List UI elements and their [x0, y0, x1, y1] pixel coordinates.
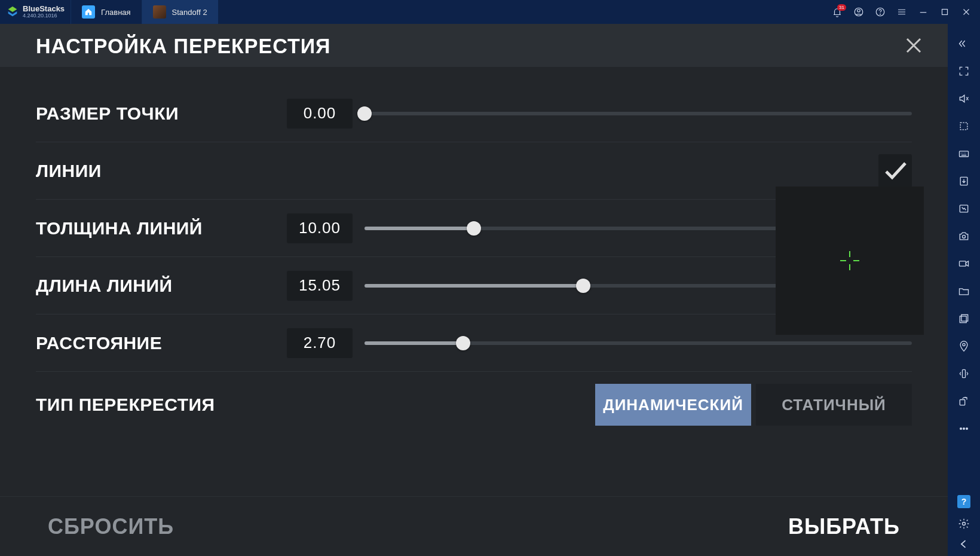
svg-point-17 [963, 428, 965, 430]
account-icon[interactable] [853, 7, 864, 17]
hamburger-menu-icon[interactable] [896, 7, 907, 17]
svg-point-19 [963, 523, 966, 526]
length-value: 15.05 [287, 271, 353, 301]
panel-close-button[interactable] [904, 35, 924, 56]
rail-volume-mute-icon[interactable] [954, 88, 974, 109]
panel-title: НАСТРОЙКА ПЕРЕКРЕСТИЯ [36, 33, 331, 58]
window-close-icon[interactable] [961, 7, 972, 17]
titlebar-controls: 31 [823, 7, 980, 17]
app-brand: BlueStacks 4.240.20.1016 [0, 0, 71, 24]
rail-camera-icon[interactable] [954, 225, 974, 247]
svg-rect-12 [960, 316, 966, 323]
rail-back-icon[interactable] [958, 538, 970, 550]
gap-label: РАССТОЯНИЕ [36, 333, 287, 353]
crosshair-preview [776, 187, 924, 335]
svg-point-18 [966, 428, 968, 430]
game-app-icon [153, 5, 166, 19]
thickness-value: 10.00 [287, 213, 353, 243]
rail-install-apk-icon[interactable] [954, 170, 974, 192]
app-version: 4.240.20.1016 [23, 13, 65, 19]
app-name: BlueStacks [23, 5, 65, 13]
row-dot-size: РАЗМЕР ТОЧКИ 0.00 [36, 85, 912, 142]
rail-shake-icon[interactable] [954, 363, 974, 384]
gap-value: 2.70 [287, 328, 353, 358]
tab-home-label: Главная [101, 8, 130, 17]
thickness-label: ТОЛЩИНА ЛИНИЙ [36, 218, 287, 239]
dot-size-slider[interactable] [365, 106, 912, 121]
lines-label: ЛИНИИ [36, 161, 287, 181]
svg-rect-11 [961, 314, 968, 321]
svg-rect-6 [960, 151, 969, 157]
titlebar: BlueStacks 4.240.20.1016 Главная Standof… [0, 0, 980, 24]
tab-home[interactable]: Главная [71, 0, 141, 24]
svg-rect-15 [960, 400, 964, 405]
tab-game[interactable]: Standoff 2 [142, 0, 218, 24]
svg-point-13 [963, 343, 965, 346]
rail-screenshot-icon[interactable] [954, 198, 974, 219]
rail-keyboard-icon[interactable] [954, 143, 974, 164]
notifications-icon[interactable]: 31 [832, 7, 843, 17]
rail-fullscreen-icon[interactable] [954, 60, 974, 82]
select-button[interactable]: ВЫБРАТЬ [788, 514, 900, 539]
rail-settings-icon[interactable] [958, 518, 970, 530]
window-maximize-icon[interactable] [939, 7, 950, 17]
type-dynamic-button[interactable]: ДИНАМИЧЕСКИЙ [595, 384, 751, 426]
gap-slider[interactable] [365, 336, 912, 350]
rail-location-icon[interactable] [954, 335, 974, 357]
svg-rect-4 [942, 10, 948, 15]
dot-size-label: РАЗМЕР ТОЧКИ [36, 103, 287, 124]
svg-point-16 [960, 428, 962, 430]
settings-body: РАЗМЕР ТОЧКИ 0.00 ЛИНИИ ТОЛЩИНА ЛИНИЙ 10… [0, 67, 948, 496]
type-toggle-group: ДИНАМИЧЕСКИЙ СТАТИЧНЫЙ [595, 384, 912, 426]
svg-rect-5 [960, 123, 967, 130]
svg-point-9 [963, 235, 966, 238]
notification-badge: 31 [837, 4, 846, 11]
reset-button[interactable]: СБРОСИТЬ [48, 514, 174, 539]
svg-point-3 [880, 14, 881, 14]
side-rail: ? [948, 24, 980, 556]
rail-multi-instance-icon[interactable] [954, 308, 974, 329]
rail-rotate-icon[interactable] [954, 390, 974, 412]
settings-panel: НАСТРОЙКА ПЕРЕКРЕСТИЯ РАЗМЕР ТОЧКИ 0.00 … [0, 24, 948, 556]
bluestacks-logo-icon [6, 5, 19, 19]
row-type: ТИП ПЕРЕКРЕСТИЯ ДИНАМИЧЕСКИЙ СТАТИЧНЫЙ [36, 372, 912, 438]
help-icon[interactable] [875, 7, 886, 17]
rail-collapse-icon[interactable] [954, 33, 974, 54]
window-minimize-icon[interactable] [918, 7, 929, 17]
panel-header: НАСТРОЙКА ПЕРЕКРЕСТИЯ [0, 24, 948, 67]
tab-game-label: Standoff 2 [172, 8, 207, 17]
svg-rect-10 [960, 261, 966, 266]
svg-point-1 [858, 10, 860, 13]
svg-rect-14 [963, 369, 966, 377]
type-label: ТИП ПЕРЕКРЕСТИЯ [36, 395, 287, 415]
rail-more-icon[interactable] [954, 418, 974, 439]
rail-record-icon[interactable] [954, 253, 974, 274]
panel-footer: СБРОСИТЬ ВЫБРАТЬ [0, 496, 948, 556]
home-icon [82, 5, 95, 19]
rail-selection-icon[interactable] [954, 115, 974, 137]
dot-size-value: 0.00 [287, 99, 353, 129]
rail-help-button[interactable]: ? [957, 495, 970, 508]
type-static-button[interactable]: СТАТИЧНЫЙ [756, 384, 912, 426]
length-label: ДЛИНА ЛИНИЙ [36, 276, 287, 296]
lines-checkbox[interactable] [878, 154, 912, 188]
rail-folder-icon[interactable] [954, 280, 974, 302]
